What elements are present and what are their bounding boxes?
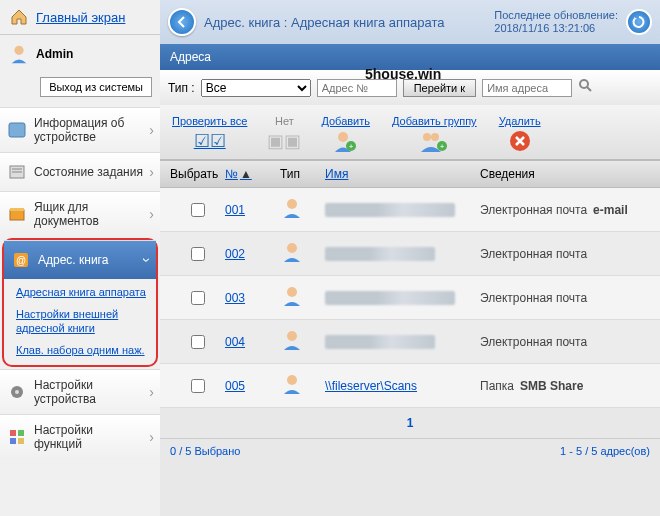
- add-group-button[interactable]: Добавить группу +: [392, 115, 477, 153]
- user-row: Admin: [0, 35, 160, 73]
- table-row: 002Электронная почта: [160, 232, 660, 276]
- sidebar-item-2[interactable]: Ящик для документов›: [0, 191, 160, 236]
- logout-button[interactable]: Выход из системы: [40, 77, 152, 97]
- info-icon: [6, 119, 28, 141]
- col-type: Тип: [280, 167, 325, 181]
- row-num-link[interactable]: 003: [225, 291, 245, 305]
- settings-icon: [6, 381, 28, 403]
- svg-rect-5: [10, 210, 24, 220]
- blurred-name: [325, 203, 455, 217]
- panel-title: Адреса: [160, 44, 660, 70]
- home-link[interactable]: Главный экран: [36, 10, 125, 25]
- sidebar: Главный экран Admin Выход из системы Инф…: [0, 0, 160, 516]
- sidebar-item-addressbook[interactable]: @Адрес. книга›: [4, 240, 156, 279]
- box-icon: [6, 203, 28, 225]
- svg-point-10: [15, 390, 19, 394]
- row-info: Электронная почта: [480, 335, 650, 349]
- sort-arrow-icon: ▲: [240, 167, 252, 181]
- refresh-button[interactable]: [626, 9, 652, 35]
- table-body: 001Электронная почтаe-mail002Электронная…: [160, 188, 660, 408]
- row-num-link[interactable]: 001: [225, 203, 245, 217]
- total-count: 1 - 5 / 5 адрес(ов): [560, 445, 650, 457]
- row-info: ПапкаSMB Share: [480, 379, 650, 393]
- check-none-button[interactable]: Нет ▣▣: [269, 115, 299, 153]
- svg-line-16: [587, 87, 591, 91]
- col-select: Выбрать: [170, 167, 225, 181]
- row-checkbox[interactable]: [191, 291, 205, 305]
- svg-rect-13: [10, 438, 16, 444]
- topbar: Адрес. книга : Адресная книга аппарата П…: [160, 0, 660, 44]
- svg-text:+: +: [348, 142, 353, 151]
- chevron-right-icon: ›: [149, 384, 154, 400]
- sidebar-item-5[interactable]: Настройки функций›: [0, 414, 160, 459]
- status-footer: 0 / 5 Выбрано 1 - 5 / 5 адрес(ов): [160, 438, 660, 463]
- col-name[interactable]: Имя: [325, 167, 480, 181]
- svg-rect-11: [10, 430, 16, 436]
- filter-bar: Тип : Все Перейти к: [160, 70, 660, 105]
- submenu-item-0[interactable]: Адресная книга аппарата: [16, 285, 148, 299]
- sidebar-item-0[interactable]: Информация об устройстве›: [0, 107, 160, 152]
- blurred-name: [325, 247, 435, 261]
- breadcrumb: Адрес. книга : Адресная книга аппарата: [204, 15, 486, 30]
- jobs-icon: [6, 161, 28, 183]
- contact-avatar-icon: [280, 341, 304, 355]
- add-user-icon: +: [331, 129, 361, 153]
- row-checkbox[interactable]: [191, 203, 205, 217]
- chevron-right-icon: ›: [149, 164, 154, 180]
- add-button[interactable]: Добавить +: [321, 115, 370, 153]
- col-info: Сведения: [480, 167, 650, 181]
- submenu-item-2[interactable]: Клав. набора одним наж.: [16, 343, 148, 357]
- table-row: 003Электронная почта: [160, 276, 660, 320]
- sidebar-item-1[interactable]: Состояние задания›: [0, 152, 160, 191]
- row-num-link[interactable]: 002: [225, 247, 245, 261]
- submenu-item-1[interactable]: Настройки внешней адресной книги: [16, 307, 148, 335]
- svg-text:@: @: [16, 255, 26, 266]
- chevron-right-icon: ›: [149, 122, 154, 138]
- row-checkbox[interactable]: [191, 335, 205, 349]
- svg-rect-6: [10, 208, 24, 211]
- home-row[interactable]: Главный экран: [0, 0, 160, 35]
- selected-count: 0 / 5 Выбрано: [170, 445, 240, 457]
- col-number[interactable]: №▲: [225, 167, 280, 181]
- addressbook-icon: @: [10, 249, 32, 271]
- search-icon[interactable]: [578, 78, 594, 97]
- row-checkbox[interactable]: [191, 247, 205, 261]
- address-num-input[interactable]: [317, 79, 397, 97]
- main-area: Адрес. книга : Адресная книга аппарата П…: [160, 0, 660, 516]
- pager[interactable]: 1: [160, 408, 660, 438]
- chevron-down-icon: ›: [140, 258, 156, 263]
- address-name-input[interactable]: [482, 79, 572, 97]
- delete-icon: [505, 129, 535, 153]
- table-row: 004Электронная почта: [160, 320, 660, 364]
- row-info: Электронная почта: [480, 291, 650, 305]
- svg-rect-12: [18, 430, 24, 436]
- check-all-button[interactable]: Проверить все ☑☑: [172, 115, 247, 153]
- row-num-link[interactable]: 004: [225, 335, 245, 349]
- contact-avatar-icon: [280, 297, 304, 311]
- add-group-icon: +: [419, 129, 449, 153]
- svg-point-26: [287, 243, 297, 253]
- row-info: Электронная почтаe-mail: [480, 203, 650, 217]
- contact-avatar-icon: [280, 253, 304, 267]
- back-button[interactable]: [168, 8, 196, 36]
- go-button[interactable]: Перейти к: [403, 79, 476, 97]
- table-header: Выбрать №▲ Тип Имя Сведения: [160, 160, 660, 188]
- blurred-name: [325, 335, 435, 349]
- row-num-link[interactable]: 005: [225, 379, 245, 393]
- sidebar-item-4[interactable]: Настройки устройства›: [0, 369, 160, 414]
- svg-point-27: [287, 287, 297, 297]
- svg-point-25: [287, 199, 297, 209]
- delete-button[interactable]: Удалить: [499, 115, 541, 153]
- row-name-link[interactable]: \\fileserver\Scans: [325, 379, 417, 393]
- svg-text:+: +: [440, 142, 445, 151]
- svg-rect-1: [9, 123, 25, 137]
- check-none-icon: ▣▣: [269, 129, 299, 153]
- type-select[interactable]: Все: [201, 79, 311, 97]
- row-checkbox[interactable]: [191, 379, 205, 393]
- user-avatar-icon: [8, 43, 30, 65]
- check-all-icon: ☑☑: [195, 129, 225, 153]
- svg-point-0: [14, 46, 23, 55]
- chevron-right-icon: ›: [149, 206, 154, 222]
- type-label: Тип :: [168, 81, 195, 95]
- table-row: 001Электронная почтаe-mail: [160, 188, 660, 232]
